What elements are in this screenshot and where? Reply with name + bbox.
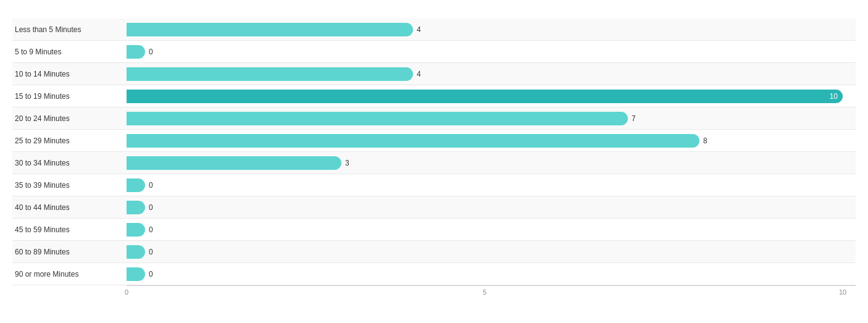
bar-fill bbox=[127, 201, 145, 214]
bar-label: Less than 5 Minutes bbox=[12, 25, 127, 34]
x-axis-tick: 5 bbox=[483, 288, 486, 296]
bar-area: 4 bbox=[127, 63, 856, 85]
bar-label: 45 to 59 Minutes bbox=[12, 225, 127, 234]
bar-row: 10 to 14 Minutes4 bbox=[12, 63, 856, 85]
bar-fill bbox=[127, 178, 145, 192]
bar-value: 0 bbox=[149, 203, 153, 212]
bar-row: 20 to 24 Minutes7 bbox=[12, 107, 856, 130]
bar-value: 10 bbox=[830, 92, 843, 101]
bar-value: 0 bbox=[149, 225, 153, 234]
bar-area: 8 bbox=[127, 130, 856, 151]
bar-value: 8 bbox=[703, 136, 707, 145]
bar-row: 40 to 44 Minutes0 bbox=[12, 196, 856, 219]
bar-fill: 10 bbox=[127, 90, 843, 103]
x-axis-tick: 0 bbox=[125, 288, 128, 296]
bar-value: 4 bbox=[417, 25, 421, 34]
bar-label: 20 to 24 Minutes bbox=[12, 114, 127, 123]
bar-fill bbox=[127, 67, 413, 81]
bar-area: 0 bbox=[127, 241, 856, 262]
bar-row: 15 to 19 Minutes10 bbox=[12, 85, 856, 107]
bar-row: 30 to 34 Minutes3 bbox=[12, 152, 856, 174]
bar-row: 45 to 59 Minutes0 bbox=[12, 219, 856, 241]
bar-row: 90 or more Minutes0 bbox=[12, 263, 856, 285]
bar-fill bbox=[127, 245, 145, 259]
bar-label: 15 to 19 Minutes bbox=[12, 92, 127, 101]
bar-area: 4 bbox=[127, 19, 856, 40]
bar-value: 0 bbox=[149, 48, 153, 56]
bar-label: 35 to 39 Minutes bbox=[12, 181, 127, 190]
bar-value: 0 bbox=[149, 270, 153, 279]
bar-area: 0 bbox=[127, 41, 856, 62]
bar-fill bbox=[127, 23, 413, 36]
bar-value: 3 bbox=[345, 159, 349, 167]
bar-row: 35 to 39 Minutes0 bbox=[12, 174, 856, 196]
bar-value: 0 bbox=[149, 181, 153, 190]
bar-chart: Less than 5 Minutes45 to 9 Minutes010 to… bbox=[12, 19, 856, 298]
bar-label: 30 to 34 Minutes bbox=[12, 159, 127, 167]
bar-label: 40 to 44 Minutes bbox=[12, 203, 127, 212]
bar-row: 5 to 9 Minutes0 bbox=[12, 41, 856, 63]
bar-label: 90 or more Minutes bbox=[12, 270, 127, 279]
bar-area: 0 bbox=[127, 219, 856, 240]
bar-area: 7 bbox=[127, 107, 856, 129]
bar-area: 0 bbox=[127, 263, 856, 285]
bar-row: 25 to 29 Minutes8 bbox=[12, 130, 856, 152]
bar-label: 10 to 14 Minutes bbox=[12, 70, 127, 78]
bar-label: 60 to 89 Minutes bbox=[12, 248, 127, 256]
bar-fill bbox=[127, 267, 145, 281]
x-axis-tick: 10 bbox=[839, 288, 846, 296]
bar-area: 10 bbox=[127, 85, 856, 107]
bar-value: 0 bbox=[149, 248, 153, 256]
bar-row: 60 to 89 Minutes0 bbox=[12, 241, 856, 263]
bar-fill bbox=[127, 156, 341, 170]
bar-fill bbox=[127, 134, 699, 148]
bar-area: 0 bbox=[127, 174, 856, 196]
bar-fill bbox=[127, 223, 145, 237]
bar-value: 4 bbox=[417, 70, 421, 78]
bar-label: 25 to 29 Minutes bbox=[12, 136, 127, 145]
bar-value: 7 bbox=[632, 114, 636, 123]
bar-area: 0 bbox=[127, 196, 856, 218]
bar-fill bbox=[127, 112, 628, 125]
bar-fill bbox=[127, 45, 145, 59]
bar-area: 3 bbox=[127, 152, 856, 174]
bar-row: Less than 5 Minutes4 bbox=[12, 19, 856, 41]
bar-label: 5 to 9 Minutes bbox=[12, 48, 127, 56]
